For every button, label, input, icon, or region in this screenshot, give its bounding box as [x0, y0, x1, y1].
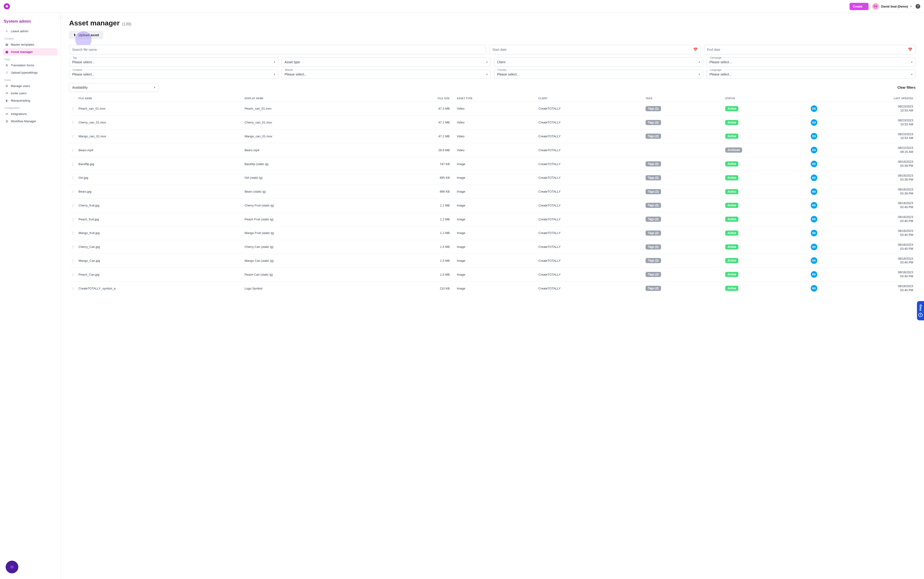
sidebar-item-integrations[interactable]: ⇄Integrations [3, 110, 57, 118]
creative-select[interactable]: Creative Please select... ▾ [69, 70, 278, 79]
tags-pill[interactable]: Tags (2) [645, 175, 661, 180]
user-avatar[interactable]: RK [811, 175, 817, 181]
cell-tags[interactable]: Tags (2) [643, 171, 723, 185]
asset-type-select[interactable]: Asset type ▾ [282, 57, 491, 67]
tag-select[interactable]: Tag Please select... ▾ [69, 57, 278, 67]
sidebar-item-workflow-manager[interactable]: ⊞Workflow Manager [3, 118, 57, 125]
cell-tags[interactable]: Tags (2) [643, 213, 723, 226]
country-select[interactable]: Country Please select... ▾ [494, 70, 703, 79]
cell-tags[interactable] [643, 143, 723, 157]
cell-tags[interactable]: Tags (2) [643, 254, 723, 268]
cell-tags[interactable]: Tags (2) [643, 116, 723, 129]
col-tags[interactable]: TAGS [643, 95, 723, 102]
user-avatar[interactable]: RK [811, 160, 817, 167]
row-menu-button[interactable]: ⋮ [69, 185, 76, 198]
cell-tags[interactable]: Tags (2) [643, 185, 723, 198]
user-avatar[interactable]: RK [811, 230, 817, 236]
cell-file-name[interactable]: Bears.mp4 [76, 143, 242, 157]
cell-file-name[interactable]: Cherry_can_01.mov [76, 116, 242, 129]
help-icon[interactable]: ? [916, 4, 920, 9]
cell-file-name[interactable]: Cherry_fruit.jpg [76, 198, 242, 213]
row-menu-button[interactable]: ⋮ [69, 281, 76, 295]
end-date-input[interactable]: End date 📅 [704, 45, 916, 54]
row-menu-button[interactable]: ⋮ [69, 240, 76, 254]
help-tab[interactable]: ? Help [917, 301, 924, 320]
row-menu-button[interactable]: ⋮ [69, 254, 76, 268]
cell-tags[interactable]: Tags (2) [643, 157, 723, 171]
tags-pill[interactable]: Tags (2) [645, 286, 661, 291]
row-menu-button[interactable]: ⋮ [69, 143, 76, 157]
cell-file-name[interactable]: Girl.jpg [76, 171, 242, 185]
user-avatar[interactable]: RK [811, 257, 817, 264]
cell-file-name[interactable]: Backflip.jpg [76, 157, 242, 171]
cell-file-name[interactable]: Peach_Can.jpg [76, 268, 242, 281]
col-file-name[interactable]: FILE NAME [76, 95, 242, 102]
user-avatar[interactable]: RK [811, 244, 817, 250]
user-avatar[interactable]: DS [811, 105, 817, 112]
row-menu-button[interactable]: ⋮ [69, 268, 76, 281]
user-avatar[interactable]: DS [811, 147, 817, 153]
clear-filters-button[interactable]: Clear filters [898, 86, 916, 89]
cell-tags[interactable]: Tags (2) [643, 226, 723, 240]
row-menu-button[interactable]: ⋮ [69, 171, 76, 185]
tags-pill[interactable]: Tags (2) [645, 106, 661, 111]
availability-select[interactable]: Availability ▾ [69, 83, 158, 92]
cell-file-name[interactable]: Bears.jpg [76, 185, 242, 198]
cell-tags[interactable]: Tags (2) [643, 240, 723, 254]
sidebar-item-manage-users[interactable]: ⚙Manage users [3, 82, 57, 90]
cell-file-name[interactable]: Mango_can_01.mov [76, 129, 242, 143]
col-asset-type[interactable]: ASSET TYPE [455, 95, 536, 102]
tags-pill[interactable]: Tags (2) [645, 134, 661, 139]
sidebar-item-leave-admin[interactable]: ⎋ Leave admin [3, 28, 57, 35]
row-menu-button[interactable]: ⋮ [69, 102, 76, 116]
cell-file-name[interactable]: Mango_fruit.jpg [76, 226, 242, 240]
client-select[interactable]: Client ▾ [494, 57, 703, 67]
col-file-size[interactable]: FILE SIZE [378, 95, 455, 102]
sidebar-item-upload-typesettings[interactable]: ⇧Upload typesettings [3, 69, 57, 76]
col-last-updated[interactable]: LAST UPDATED [820, 95, 916, 102]
cell-tags[interactable]: Tags (2) [643, 281, 723, 295]
tags-pill[interactable]: Tags (2) [645, 272, 661, 277]
tags-pill[interactable]: Tags (2) [645, 161, 661, 167]
user-menu[interactable]: DS David Seal (Demo) ▾ [872, 3, 912, 10]
tags-pill[interactable]: Tags (2) [645, 120, 661, 125]
record-button[interactable] [6, 561, 18, 573]
campaign-select[interactable]: Campaign Please select... ▾ [706, 57, 916, 67]
sidebar-item-translation-forms[interactable]: 🗎Translation forms [3, 62, 57, 69]
row-menu-button[interactable]: ⋮ [69, 213, 76, 226]
tags-pill[interactable]: Tags (2) [645, 217, 661, 222]
cell-file-name[interactable]: Mango_Can.jpg [76, 254, 242, 268]
cell-tags[interactable]: Tags (2) [643, 129, 723, 143]
cell-file-name[interactable]: Peach_can_01.mov [76, 102, 242, 116]
col-status[interactable]: STATUS [723, 95, 808, 102]
create-button[interactable]: Create ▾ [849, 3, 868, 10]
user-avatar[interactable]: RK [811, 216, 817, 222]
row-menu-button[interactable]: ⋮ [69, 226, 76, 240]
tags-pill[interactable]: Tags (2) [645, 244, 661, 250]
user-avatar[interactable]: DS [811, 133, 817, 139]
sidebar-item-asset-manager[interactable]: ▣Asset manager [3, 48, 57, 56]
user-avatar[interactable]: RK [811, 188, 817, 195]
cell-tags[interactable]: Tags (2) [643, 102, 723, 116]
upload-asset-button[interactable]: ⬆ Upload asset [69, 31, 103, 39]
col-client[interactable]: CLIENT [536, 95, 643, 102]
row-menu-button[interactable]: ⋮ [69, 157, 76, 171]
tags-pill[interactable]: Tags (2) [645, 203, 661, 208]
tags-pill[interactable]: Tags (2) [645, 231, 661, 236]
col-display-name[interactable]: DISPLAY NAME [242, 95, 378, 102]
user-avatar[interactable]: DS [811, 119, 817, 126]
tags-pill[interactable]: Tags (2) [645, 258, 661, 263]
cell-file-name[interactable]: Cherry_Can.jpg [76, 240, 242, 254]
app-logo[interactable] [4, 3, 10, 10]
cell-file-name[interactable]: CreateTOTALLY_symbol_a [76, 281, 242, 295]
sidebar-item-master-templates[interactable]: ▦Master templates [3, 41, 57, 48]
cell-file-name[interactable]: Peach_fruit.jpg [76, 213, 242, 226]
sidebar-item-invite-users[interactable]: ✉Invite users [3, 90, 57, 97]
sidebar-item-masquerading[interactable]: ◐Masquerading [3, 97, 57, 104]
tags-pill[interactable]: Tags (2) [645, 189, 661, 194]
user-avatar[interactable]: RK [811, 285, 817, 292]
start-date-input[interactable]: Start date 📅 [489, 45, 701, 54]
row-menu-button[interactable]: ⋮ [69, 116, 76, 129]
row-menu-button[interactable]: ⋮ [69, 129, 76, 143]
row-menu-button[interactable]: ⋮ [69, 198, 76, 213]
